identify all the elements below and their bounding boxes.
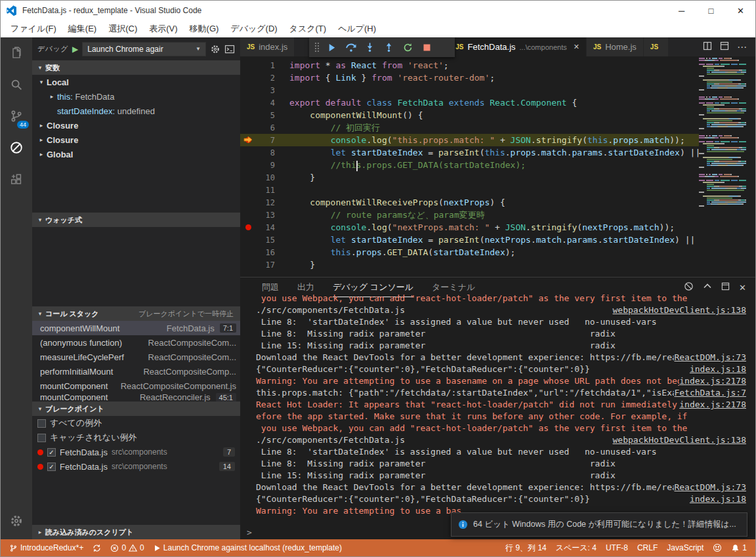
console-source-link[interactable]: index.js:18 bbox=[690, 363, 755, 375]
glyph-margin[interactable] bbox=[240, 196, 257, 209]
call-stack-frame[interactable]: performInitialMountReactCompositeComp... bbox=[32, 364, 240, 379]
stop-icon[interactable] bbox=[417, 37, 436, 57]
breakpoint-item[interactable]: ✓FetchData.jssrc\components14 bbox=[32, 459, 240, 474]
call-stack-frame[interactable]: mountComponentReactCompositeComponent.js bbox=[32, 379, 240, 393]
chevron-right-icon[interactable]: ▸ bbox=[36, 122, 47, 129]
code-line[interactable]: 13 // route paramsなど、param変更時 bbox=[240, 209, 699, 221]
chevron-right-icon[interactable]: ▸ bbox=[47, 93, 57, 100]
git-branch-status[interactable]: IntroduceRedux*+ bbox=[5, 539, 88, 556]
loaded-scripts-section-header[interactable]: ▸ 読み込み済みのスクリプト bbox=[32, 525, 240, 539]
glyph-margin[interactable] bbox=[240, 171, 257, 184]
scope-row[interactable]: ▾Local bbox=[32, 75, 240, 89]
glyph-margin[interactable] bbox=[240, 184, 257, 196]
sync-status[interactable] bbox=[88, 539, 106, 556]
menu-edit[interactable]: 編集(E) bbox=[62, 23, 102, 35]
glyph-margin[interactable] bbox=[240, 146, 257, 159]
source-control-icon[interactable]: 44 bbox=[1, 100, 32, 132]
step-over-icon[interactable] bbox=[341, 37, 360, 57]
glyph-margin[interactable] bbox=[240, 96, 257, 109]
close-button[interactable]: ✕ bbox=[726, 1, 755, 20]
menu-selection[interactable]: 選択(C) bbox=[102, 23, 143, 35]
glyph-margin[interactable] bbox=[240, 59, 257, 72]
console-source-link[interactable]: webpackHotDevClient.js:138 bbox=[613, 434, 756, 446]
notification-toast[interactable]: 64 ビット Windows 用の Code が利用可能になりました！詳細情報は… bbox=[451, 512, 747, 537]
chevron-down-icon[interactable]: ▾ bbox=[36, 79, 47, 85]
toolbar-drag-handle[interactable] bbox=[312, 41, 322, 54]
step-into-icon[interactable] bbox=[360, 37, 379, 57]
encoding-status[interactable]: UTF-8 bbox=[601, 539, 633, 556]
glyph-margin[interactable] bbox=[240, 258, 257, 271]
editor-layout-icon[interactable] bbox=[720, 41, 729, 53]
checkbox-checked[interactable]: ✓ bbox=[47, 463, 56, 471]
close-tab-icon[interactable]: ✕ bbox=[574, 43, 579, 51]
code-line[interactable]: 11 bbox=[240, 184, 699, 196]
chevron-right-icon[interactable]: ▸ bbox=[36, 136, 47, 143]
watch-section-header[interactable]: ▾ ウォッチ式 bbox=[32, 213, 240, 227]
variable-row[interactable]: ▸this: FetchData bbox=[32, 89, 240, 104]
glyph-margin[interactable] bbox=[240, 159, 257, 171]
language-status[interactable]: JavaScript bbox=[662, 539, 708, 556]
debug-console-icon[interactable] bbox=[224, 44, 235, 54]
debug-icon[interactable] bbox=[1, 132, 32, 163]
checkbox-unchecked[interactable] bbox=[37, 419, 46, 428]
maximize-panel-icon[interactable] bbox=[721, 281, 730, 293]
indentation-status[interactable]: スペース: 4 bbox=[551, 539, 601, 556]
glyph-margin[interactable] bbox=[240, 84, 257, 96]
cursor-position-status[interactable]: 行 9、列 14 bbox=[501, 539, 551, 556]
launch-config-dropdown[interactable]: Launch Chrome agair ▼ bbox=[82, 42, 206, 56]
feedback-smiley-icon[interactable] bbox=[708, 539, 726, 556]
search-icon[interactable] bbox=[1, 69, 32, 100]
split-editor-icon[interactable] bbox=[703, 41, 712, 53]
console-source-link[interactable]: index.js:2178 bbox=[679, 375, 755, 387]
glyph-margin[interactable] bbox=[240, 121, 257, 134]
glyph-margin[interactable] bbox=[240, 72, 257, 84]
menu-debug[interactable]: デバッグ(D) bbox=[224, 23, 283, 35]
console-source-link[interactable]: ReactDOM.js:73 bbox=[674, 482, 755, 493]
checkbox-unchecked[interactable] bbox=[37, 434, 46, 442]
glyph-margin[interactable] bbox=[240, 234, 257, 246]
close-panel-icon[interactable]: ✕ bbox=[739, 283, 746, 293]
glyph-margin[interactable] bbox=[240, 246, 257, 258]
breakpoints-section-header[interactable]: ▾ ブレークポイント bbox=[32, 402, 240, 416]
notifications-bell-status[interactable]: 1 bbox=[726, 539, 751, 556]
debug-current-line-icon[interactable] bbox=[240, 134, 257, 146]
menu-file[interactable]: ファイル(F) bbox=[5, 23, 62, 35]
glyph-margin[interactable] bbox=[240, 109, 257, 121]
call-stack-frame[interactable]: componentWillMountFetchData.js7:1 bbox=[32, 321, 240, 335]
code-line[interactable]: 16 this.props.GET_DATA(startDateIndex); bbox=[240, 246, 699, 258]
scope-row[interactable]: ▸Global bbox=[32, 147, 240, 161]
code-line[interactable]: 8 let startDateIndex = parseInt(this.pro… bbox=[240, 146, 699, 159]
console-source-link[interactable]: index.js:2178 bbox=[679, 399, 755, 411]
configure-gear-icon[interactable] bbox=[210, 44, 220, 54]
menu-view[interactable]: 表示(V) bbox=[143, 23, 183, 35]
clear-console-icon[interactable] bbox=[684, 281, 694, 294]
extensions-icon[interactable] bbox=[1, 163, 32, 195]
variable-row[interactable]: startDateIndex: undefined bbox=[32, 104, 240, 118]
tab-home-js[interactable]: JSHome.js bbox=[587, 37, 644, 56]
code-line[interactable]: 6 // 初回実行 bbox=[240, 121, 699, 134]
minimize-button[interactable]: ─ bbox=[667, 1, 696, 20]
chevron-right-icon[interactable]: ▸ bbox=[36, 151, 47, 157]
menu-help[interactable]: ヘルプ(H) bbox=[332, 23, 382, 35]
call-stack-frame[interactable]: measureLifeCyclePerfReactCompositeCom... bbox=[32, 350, 240, 364]
call-stack-section-header[interactable]: ▾ コール スタック ブレークポイントで一時停止 bbox=[32, 306, 240, 321]
code-line[interactable]: 4export default class FetchData extends … bbox=[240, 96, 699, 109]
problems-status[interactable]: 0 0 bbox=[106, 539, 148, 556]
breakpoint-icon[interactable] bbox=[240, 221, 257, 234]
scope-row[interactable]: ▸Closure bbox=[32, 133, 240, 147]
code-line[interactable]: 12 componentWillReceiveProps(nextProps) … bbox=[240, 196, 699, 209]
code-line[interactable]: 1import * as React from 'react'; bbox=[240, 59, 699, 72]
breakpoint-item[interactable]: キャッチされない例外 bbox=[32, 430, 240, 445]
code-editor[interactable]: 1import * as React from 'react';2import … bbox=[240, 56, 755, 277]
restart-icon[interactable] bbox=[398, 37, 417, 57]
collapse-panel-icon[interactable] bbox=[703, 281, 712, 293]
maximize-button[interactable]: □ bbox=[696, 1, 726, 20]
tab-fetchdata-js[interactable]: JSFetchData.js...\components✕ bbox=[449, 37, 587, 56]
variables-section-header[interactable]: ▾ 変数 bbox=[32, 60, 240, 75]
eol-status[interactable]: CRLF bbox=[633, 539, 662, 556]
code-line[interactable]: 17 } bbox=[240, 258, 699, 271]
continue-icon[interactable] bbox=[322, 37, 341, 57]
code-line[interactable]: 2import { Link } from 'react-router-dom'… bbox=[240, 72, 699, 84]
glyph-margin[interactable] bbox=[240, 209, 257, 221]
code-line[interactable]: 14 console.log("nextProps.match: " + JSO… bbox=[240, 221, 699, 234]
